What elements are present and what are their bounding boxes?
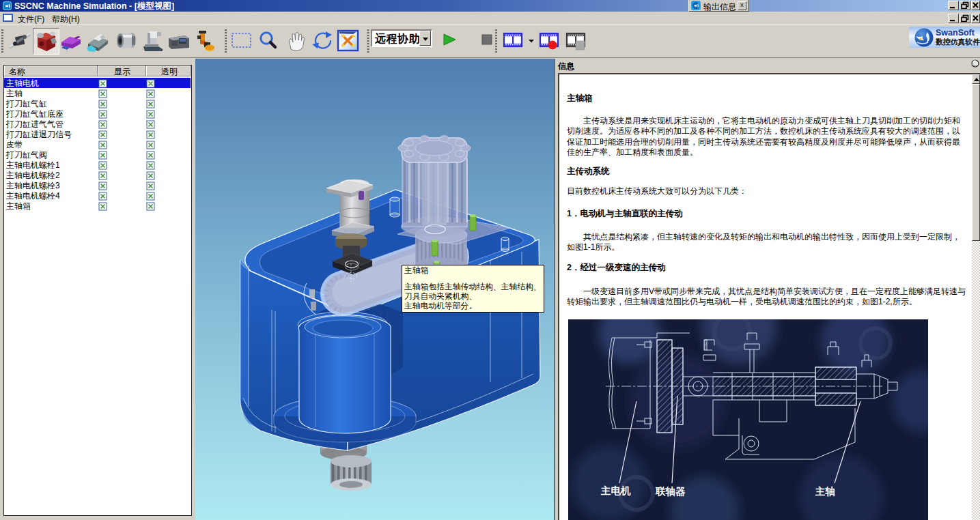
- svg-text:联轴器: 联轴器: [655, 486, 686, 497]
- svg-text:主轴: 主轴: [815, 486, 835, 497]
- svg-text:数控仿真软件: 数控仿真软件: [935, 38, 980, 46]
- svg-text:SwanSoft: SwanSoft: [936, 28, 975, 38]
- svg-text:主电机: 主电机: [600, 485, 631, 496]
